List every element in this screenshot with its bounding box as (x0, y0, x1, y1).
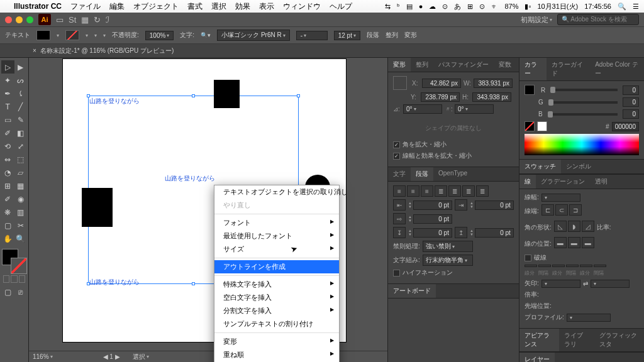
shear-value[interactable]: 0° (455, 104, 494, 114)
tab-color[interactable]: カラー (519, 58, 547, 80)
align-inside-icon[interactable]: ▬ (568, 237, 580, 248)
context-menu-item[interactable]: 分割文字を挿入 (214, 304, 339, 317)
selection-tool[interactable]: ▷ (1, 60, 14, 74)
hex-field[interactable]: 000000 (612, 122, 639, 131)
context-menu-item[interactable]: 重ね順 (214, 348, 339, 361)
text-object[interactable]: 山路を登りながら (165, 174, 215, 183)
menu-window[interactable]: ウィンドウ (283, 1, 321, 12)
rectangle-object[interactable] (82, 188, 113, 227)
paragraph-panel-link[interactable]: 段落 (367, 31, 379, 40)
brush-icon[interactable]: ℐ (106, 15, 109, 25)
maximize-icon[interactable] (26, 16, 33, 23)
transform-panel-link[interactable]: 変形 (404, 31, 417, 40)
kinsoku-select[interactable]: 強い禁則 (423, 241, 473, 252)
panel-icon[interactable]: ▭ (56, 15, 64, 25)
eraser-tool[interactable]: ◧ (14, 126, 28, 140)
font-family[interactable]: 小塚ゴシック Pr6N R (217, 30, 290, 41)
menu-object[interactable]: オブジェクト (133, 1, 179, 12)
artboard-tool[interactable]: ▢ (1, 219, 14, 232)
blend-tool[interactable]: ◉ (14, 192, 28, 206)
minimize-icon[interactable] (16, 16, 23, 23)
close-icon[interactable] (5, 16, 12, 23)
stroke-weight[interactable] (94, 33, 97, 38)
align-outside-icon[interactable]: ▬ (582, 237, 594, 248)
menu-edit[interactable]: 編集 (109, 1, 125, 12)
cap-round-icon[interactable]: ⊂ (555, 204, 568, 216)
cap-square-icon[interactable]: ⊐ (569, 204, 582, 216)
align-panel-link[interactable]: 整列 (386, 31, 398, 40)
align-center-icon[interactable]: ▬ (554, 237, 567, 248)
tab-gradient[interactable]: グラデーション (536, 175, 590, 189)
eyedropper-tool[interactable]: ✐ (1, 192, 14, 206)
mesh-tool[interactable]: ⊞ (1, 179, 14, 192)
context-menu-item[interactable]: 特殊文字を挿入 (214, 278, 339, 291)
justify-right-icon[interactable]: ≣ (462, 185, 475, 197)
space-before[interactable]: 0 pt (413, 228, 452, 238)
tab-variables[interactable]: 変数 (494, 58, 516, 72)
symbol-sprayer-tool[interactable]: ❋ (1, 206, 14, 219)
align-right-icon[interactable]: ≡ (421, 185, 433, 197)
space-after[interactable]: 0 pt (475, 228, 514, 238)
hyphenation-check[interactable] (393, 270, 400, 277)
join-bevel-icon[interactable]: ◿ (582, 221, 594, 232)
tab-color-guide[interactable]: カラーガイド (547, 58, 590, 80)
direct-selection-tool[interactable]: ▶ (14, 60, 28, 74)
white-chip[interactable] (537, 121, 547, 131)
tab-artboards[interactable]: アートボード (388, 284, 436, 298)
color-mode-icon[interactable] (3, 275, 9, 283)
scale-tool[interactable]: ⤢ (14, 140, 28, 153)
scale-strokes-check[interactable]: ✓ (393, 153, 400, 160)
color-spectrum[interactable] (525, 134, 639, 155)
panel-icon[interactable]: St (69, 15, 76, 25)
screen-mode-btn[interactable]: ⎚ (14, 285, 28, 299)
x-value[interactable]: 42.862 px (422, 79, 461, 88)
tab-adobe-color[interactable]: Adobe Color テー (590, 58, 644, 80)
zoom-level[interactable]: 116% (33, 353, 53, 360)
justify-left-icon[interactable]: ≣ (435, 185, 447, 197)
w-value[interactable]: 383.931 px (474, 79, 513, 88)
lasso-tool[interactable]: ᔕ (14, 74, 28, 87)
context-menu-item[interactable]: サイズ (214, 243, 339, 256)
gradient-tool[interactable]: ▦ (14, 179, 28, 192)
context-menu-item[interactable]: アウトラインを作成 (214, 260, 339, 273)
menu-effect[interactable]: 効果 (235, 1, 250, 12)
none-mode-icon[interactable] (19, 275, 25, 283)
mojikumi-select[interactable]: 行末約物半角 (423, 255, 473, 266)
tab-align[interactable]: 整列 (411, 58, 433, 72)
fill-stroke-control[interactable] (2, 249, 27, 274)
variable-width[interactable] (103, 33, 106, 38)
opacity-field[interactable]: 100% (145, 31, 174, 40)
tab-char[interactable]: 文字 (388, 167, 411, 181)
context-menu-item[interactable]: 最近使用したフォント (214, 229, 339, 243)
context-menu-item[interactable]: テキストオブジェクトを選択の取り消し (214, 185, 339, 199)
text-object[interactable]: 山路を登りながら (89, 278, 140, 287)
magic-wand-tool[interactable]: ✦ (1, 74, 14, 87)
pen-tool[interactable]: ✒ (1, 87, 14, 100)
none-chip[interactable] (525, 121, 535, 131)
curvature-tool[interactable]: ⤹ (14, 87, 28, 100)
dash-check[interactable] (525, 255, 531, 261)
tab-opentype[interactable]: OpenType (433, 167, 472, 181)
app-name[interactable]: Illustrator CC (14, 2, 62, 11)
context-menu-item[interactable]: 変形 (214, 335, 339, 348)
first-line[interactable]: 0 pt (413, 214, 452, 224)
rotate-value[interactable]: 0° (403, 104, 442, 114)
tab-transform[interactable]: 変形 (388, 58, 411, 72)
align-left-icon[interactable]: ≡ (393, 185, 406, 197)
type-tool[interactable]: T (1, 100, 14, 113)
tab-swatches[interactable]: スウォッチ (519, 160, 561, 173)
menu-view[interactable]: 表示 (259, 1, 274, 12)
status-mode[interactable]: 選択 (133, 353, 149, 361)
text-object[interactable]: 山路を登りながら (89, 97, 140, 106)
h-value[interactable]: 343.938 px (472, 92, 511, 102)
tab-stroke[interactable]: 線 (519, 175, 536, 189)
width-tool[interactable]: ⇔ (1, 153, 14, 166)
y-value[interactable]: 238.789 px (421, 92, 460, 102)
screen-mode-icon[interactable]: ▢ (1, 285, 14, 299)
g-slider[interactable] (548, 101, 618, 104)
b-slider[interactable] (548, 113, 618, 116)
context-menu-item[interactable]: フォント (214, 216, 339, 229)
context-menu-item[interactable]: 空白文字を挿入 (214, 291, 339, 304)
fill-swatch[interactable] (36, 30, 50, 40)
menu-type[interactable]: 書式 (187, 1, 203, 12)
